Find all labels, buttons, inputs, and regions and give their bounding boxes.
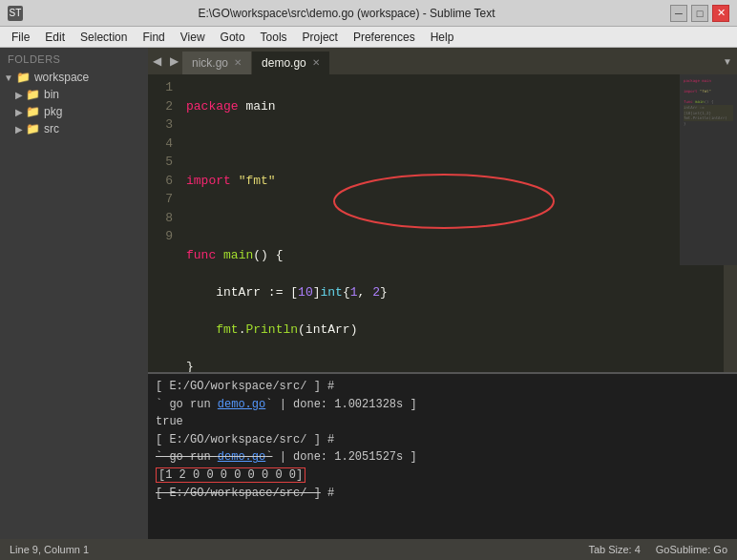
arrow-workspace: ▼: [4, 73, 13, 83]
tab-demo-go[interactable]: demo.go ✕: [252, 52, 330, 74]
arrow-bin: ▶: [15, 90, 23, 100]
status-bar: Line 9, Column 1 Tab Size: 4 GoSublime: …: [0, 539, 737, 560]
cursor-position: Line 9, Column 1: [10, 544, 89, 555]
window-controls: ─ □ ✕: [670, 5, 729, 22]
console-line-2: ` go run demo.go` | done: 1.0021328s ]: [156, 396, 729, 414]
line-num-5: 5: [148, 153, 173, 172]
folders-label: FOLDERS: [0, 48, 148, 69]
console-area[interactable]: [ E:/GO/workspace/src/ ] # ` go run demo…: [148, 372, 737, 539]
line-num-1: 1: [148, 78, 173, 97]
menu-item-file[interactable]: File: [4, 29, 37, 46]
console-line-4: [ E:/GO/workspace/src/ ] #: [156, 431, 729, 449]
code-content[interactable]: package main import "fmt" func main() { …: [179, 74, 724, 372]
line-num-9: 9: [148, 227, 173, 246]
editor-area: ◀ ▶ nick.go ✕ demo.go ✕ ▼ 1 2 3 4 5 6 7 …: [148, 48, 737, 539]
tab-nick-go[interactable]: nick.go ✕: [182, 52, 252, 74]
arrow-pkg: ▶: [15, 107, 23, 117]
status-left: Line 9, Column 1: [10, 544, 89, 555]
tab-size: Tab Size: 4: [588, 544, 640, 555]
app-icon: ST: [8, 6, 23, 21]
folder-icon-pkg: 📁: [26, 105, 40, 118]
menu-item-edit[interactable]: Edit: [37, 29, 73, 46]
folder-icon-src: 📁: [26, 122, 40, 135]
console-line-7: [ E:/GO/workspace/src/ ] #: [156, 485, 729, 503]
line-num-6: 6: [148, 172, 173, 191]
tab-next-button[interactable]: ▶: [165, 48, 182, 74]
console-line-6: [1 2 0 0 0 0 0 0 0 0]: [156, 467, 729, 485]
minimize-button[interactable]: ─: [670, 5, 687, 22]
tab-nick-go-label: nick.go: [192, 56, 228, 70]
code-line-8: }: [186, 358, 716, 373]
line-num-7: 7: [148, 190, 173, 209]
code-line-5: func main() {: [186, 246, 716, 265]
menu-item-find[interactable]: Find: [135, 29, 172, 46]
tree-item-pkg[interactable]: ▶ 📁 pkg: [0, 103, 148, 120]
tree-label-bin: bin: [44, 88, 59, 101]
line-numbers: 1 2 3 4 5 6 7 8 9: [148, 74, 179, 372]
line-num-4: 4: [148, 135, 173, 154]
maximize-button[interactable]: □: [691, 5, 708, 22]
go-sublime: GoSublime: Go: [656, 544, 727, 555]
window-title: E:\GO\workspace\src\demo.go (workspace) …: [23, 7, 670, 20]
menu-item-selection[interactable]: Selection: [73, 29, 135, 46]
scrollbar-area: package main import "fmt" func main() { …: [724, 74, 737, 372]
main-area: FOLDERS ▼ 📁 workspace ▶ 📁 bin ▶ 📁 pkg ▶ …: [0, 48, 737, 539]
arrow-src: ▶: [15, 124, 23, 135]
tab-dropdown-button[interactable]: ▼: [718, 48, 737, 74]
code-editor[interactable]: 1 2 3 4 5 6 7 8 9 package main import "f…: [148, 74, 737, 372]
menu-item-project[interactable]: Project: [295, 29, 346, 46]
menu-item-preferences[interactable]: Preferences: [346, 29, 423, 46]
code-line-3: import "fmt": [186, 172, 716, 191]
menu-item-help[interactable]: Help: [423, 29, 462, 46]
line-num-8: 8: [148, 209, 173, 228]
tab-demo-go-label: demo.go: [262, 56, 306, 70]
close-button[interactable]: ✕: [712, 5, 729, 22]
console-line-3: true: [156, 413, 729, 431]
tab-bar: ◀ ▶ nick.go ✕ demo.go ✕ ▼: [148, 48, 737, 74]
code-line-1: package main: [186, 97, 716, 116]
tree-label-src: src: [44, 122, 59, 135]
title-bar: ST E:\GO\workspace\src\demo.go (workspac…: [0, 0, 737, 27]
code-line-6: intArr := [10]int{1, 2}: [186, 283, 716, 302]
tab-demo-go-close[interactable]: ✕: [312, 58, 320, 68]
code-line-7: fmt.Println(intArr): [186, 321, 716, 340]
menu-item-tools[interactable]: Tools: [253, 29, 295, 46]
line-num-2: 2: [148, 97, 173, 116]
minimap: package main import "fmt" func main() { …: [680, 74, 737, 265]
status-right: Tab Size: 4 GoSublime: Go: [588, 544, 727, 555]
line-num-3: 3: [148, 115, 173, 135]
folder-icon-workspace: 📁: [16, 71, 31, 84]
menu-item-view[interactable]: View: [173, 29, 213, 46]
code-line-2: [186, 135, 716, 154]
tree-item-bin[interactable]: ▶ 📁 bin: [0, 86, 148, 103]
tree-item-workspace[interactable]: ▼ 📁 workspace: [0, 69, 148, 86]
folder-icon-bin: 📁: [26, 88, 40, 101]
code-line-4: [186, 209, 716, 228]
tab-nick-go-close[interactable]: ✕: [234, 58, 242, 68]
tree-item-src[interactable]: ▶ 📁 src: [0, 120, 148, 137]
console-line-1: [ E:/GO/workspace/src/ ] #: [156, 378, 729, 396]
menu-item-goto[interactable]: Goto: [213, 29, 253, 46]
tree-label-workspace: workspace: [34, 71, 89, 84]
menu-bar: FileEditSelectionFindViewGotoToolsProjec…: [0, 27, 737, 48]
sidebar: FOLDERS ▼ 📁 workspace ▶ 📁 bin ▶ 📁 pkg ▶ …: [0, 48, 148, 539]
tab-prev-button[interactable]: ◀: [148, 48, 165, 74]
tree-label-pkg: pkg: [44, 105, 62, 118]
console-line-5: ` go run demo.go` | done: 1.2051527s ]: [156, 448, 729, 467]
